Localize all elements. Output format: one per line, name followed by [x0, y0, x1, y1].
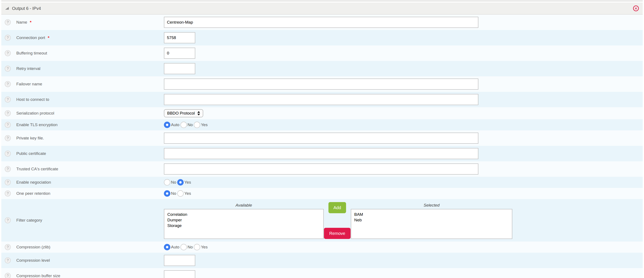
compression-radio-group: Auto No Yes — [164, 244, 208, 250]
connection-port-input[interactable] — [164, 32, 195, 43]
name-input[interactable] — [164, 17, 478, 28]
radio-label: Yes — [184, 180, 191, 185]
row-name: ? Name * — [1, 14, 643, 30]
help-icon[interactable]: ? — [5, 244, 11, 250]
help-icon[interactable]: ? — [5, 97, 11, 103]
compression-buffer-size-input[interactable] — [164, 270, 195, 278]
selected-list-label: Selected — [351, 202, 512, 209]
row-compression-zlib: ? Compression (zlib) Auto No Yes — [1, 242, 643, 253]
tls-yes-radio[interactable] — [194, 122, 200, 128]
field-label: Name — [16, 20, 27, 25]
host-to-connect-input[interactable] — [164, 94, 478, 105]
available-list-label: Available — [164, 202, 324, 209]
help-icon[interactable]: ? — [5, 19, 11, 25]
compression-auto-radio[interactable] — [164, 244, 170, 250]
row-compression-buffer-size: ? Compression buffer size — [1, 268, 643, 278]
row-serialization-protocol: ? Serialization protocol BBDO Protocol — [1, 107, 643, 119]
remove-button[interactable]: Remove — [324, 228, 350, 239]
help-icon[interactable]: ? — [5, 81, 11, 87]
required-marker: * — [48, 35, 50, 40]
available-listbox[interactable]: Correlation Dumper Storage — [164, 209, 324, 239]
compression-no-radio[interactable] — [180, 244, 187, 250]
failover-name-input[interactable] — [164, 79, 478, 90]
field-label: Public certificate — [16, 151, 46, 156]
trusted-ca-certificate-input[interactable] — [164, 163, 478, 175]
tls-auto-radio[interactable] — [164, 122, 170, 128]
previous-section-edge — [1, 0, 643, 2]
negociation-no-radio[interactable] — [164, 179, 170, 186]
output-panel: Output 6 - IPv4 ✕ ? Name * ? Connection … — [1, 2, 643, 278]
help-icon[interactable]: ? — [5, 35, 11, 41]
row-trusted-ca-certificate: ? Trusted CA's certificate — [1, 161, 643, 177]
field-label: Serialization protocol — [16, 111, 54, 116]
private-key-file-input[interactable] — [164, 133, 478, 144]
buffering-timeout-input[interactable] — [164, 48, 195, 59]
help-icon[interactable]: ? — [5, 217, 11, 223]
field-label: Compression buffer size — [16, 274, 60, 278]
help-icon[interactable]: ? — [5, 190, 11, 196]
field-label: Enable negociation — [16, 180, 51, 185]
help-icon[interactable]: ? — [5, 110, 11, 116]
help-icon[interactable]: ? — [5, 179, 11, 185]
list-item[interactable]: Dumper — [164, 217, 323, 223]
radio-label: Yes — [184, 191, 191, 196]
field-label: Compression (zlib) — [16, 245, 50, 250]
row-public-certificate: ? Public certificate — [1, 146, 643, 161]
one-peer-yes-radio[interactable] — [177, 190, 184, 197]
list-item[interactable]: Correlation — [164, 212, 323, 217]
section-header-output6[interactable]: Output 6 - IPv4 ✕ — [1, 2, 643, 14]
negociation-radio-group: No Yes — [164, 179, 192, 186]
radio-label: No — [188, 123, 193, 127]
row-connection-port: ? Connection port * — [1, 30, 643, 45]
add-button[interactable]: Add — [328, 202, 346, 213]
radio-label: Yes — [201, 245, 208, 250]
field-label: Filter category — [16, 218, 42, 223]
form-rows: ? Name * ? Connection port * ? Bufferi — [1, 14, 643, 278]
field-label: Buffering timeout — [16, 51, 47, 56]
negociation-yes-radio[interactable] — [177, 179, 184, 186]
radio-label: No — [171, 180, 176, 185]
selected-listbox[interactable]: BAM Neb — [351, 209, 512, 239]
help-icon[interactable]: ? — [5, 122, 11, 128]
field-label: Enable TLS encryption — [16, 123, 58, 127]
list-item[interactable]: Storage — [164, 223, 323, 228]
row-filter-category: ? Filter category Available Correlation … — [1, 199, 643, 242]
one-peer-no-radio[interactable] — [164, 190, 170, 197]
field-label: Connection port — [16, 35, 45, 40]
field-label: Trusted CA's certificate — [16, 167, 58, 171]
radio-label: Auto — [171, 245, 179, 250]
radio-label: Auto — [171, 123, 179, 127]
row-retry-interval: ? Retry interval — [1, 61, 643, 76]
help-icon[interactable]: ? — [5, 66, 11, 72]
serialization-protocol-select[interactable]: BBDO Protocol — [164, 109, 203, 117]
row-enable-tls: ? Enable TLS encryption Auto No Yes — [1, 119, 643, 131]
select-value: BBDO Protocol — [167, 111, 195, 116]
collapse-icon[interactable] — [5, 7, 9, 10]
help-icon[interactable]: ? — [5, 166, 11, 172]
row-host-to-connect: ? Host to connect to — [1, 92, 643, 107]
help-icon[interactable]: ? — [5, 50, 11, 56]
section-title: Output 6 - IPv4 — [12, 6, 41, 11]
tls-radio-group: Auto No Yes — [164, 122, 208, 128]
help-icon[interactable]: ? — [5, 273, 11, 278]
help-icon[interactable]: ? — [5, 135, 11, 141]
field-label: Private key file. — [16, 136, 44, 140]
field-label: Failover name — [16, 82, 42, 86]
close-icon[interactable]: ✕ — [633, 5, 639, 11]
compression-level-input[interactable] — [164, 255, 195, 266]
list-item[interactable]: Neb — [351, 217, 512, 223]
public-certificate-input[interactable] — [164, 148, 478, 159]
row-enable-negociation: ? Enable negociation No Yes — [1, 177, 643, 188]
help-icon[interactable]: ? — [5, 150, 11, 156]
radio-label: Yes — [201, 123, 208, 127]
row-buffering-timeout: ? Buffering timeout — [1, 45, 643, 61]
tls-no-radio[interactable] — [180, 122, 187, 128]
retry-interval-input[interactable] — [164, 63, 195, 74]
list-item[interactable]: BAM — [351, 212, 512, 217]
required-marker: * — [30, 20, 32, 25]
compression-yes-radio[interactable] — [194, 244, 200, 250]
radio-label: No — [188, 245, 193, 250]
row-failover-name: ? Failover name — [1, 76, 643, 92]
help-icon[interactable]: ? — [5, 257, 11, 264]
field-label: Host to connect to — [16, 97, 49, 102]
